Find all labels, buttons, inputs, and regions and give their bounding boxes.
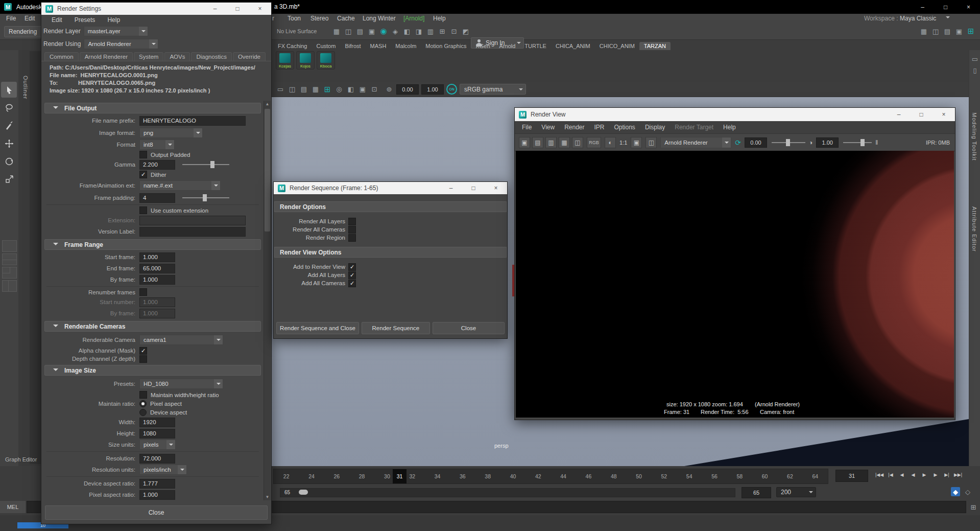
render-view-title-bar[interactable]: M Render View – □ × [515,108,955,121]
shelf-tab[interactable]: Bifrost [340,42,365,50]
close-icon[interactable]: × [485,182,507,194]
close-icon[interactable]: × [957,0,980,14]
render-layer-dropdown[interactable]: masterLayer [84,26,148,36]
viewport-display-icon[interactable]: ▤ [299,85,308,94]
render-region-checkbox[interactable] [348,234,356,242]
size-units-dropdown[interactable]: pixels [139,440,176,450]
keyframe-options-icon[interactable]: ◇ [963,487,972,496]
current-frame-field[interactable]: 31 [835,470,868,482]
shelf-item[interactable]: Kojos [296,51,315,70]
viewport-display-icon[interactable]: ◎ [334,85,344,94]
render-view-menu-item[interactable]: Display [645,124,665,131]
device-aspect-radio[interactable] [139,409,147,416]
range-slider-handle[interactable] [299,490,308,495]
add-all-layers-checkbox[interactable] [348,271,356,279]
output-padded-checkbox[interactable] [139,151,147,158]
render-view-menu-item[interactable]: Options [614,124,635,131]
render-all-cameras-checkbox[interactable] [348,226,356,234]
file-name-prefix-field[interactable]: HENRYTECALOGO [139,116,246,126]
shelf-tab[interactable]: MASH [366,42,391,50]
settings-tab[interactable]: Arnold Renderer [80,52,133,61]
by-frame-field[interactable]: 1.000 [139,275,175,285]
tab-modeling-toolkit[interactable]: Modeling Toolkit [971,112,977,161]
time-slider[interactable]: 2224262830323436384042444648505254565860… [273,469,828,484]
shelf-tab[interactable]: FX Caching [273,42,312,50]
width-field[interactable]: 1920 [139,418,175,427]
auto-keyframe-icon[interactable]: ◆ [951,487,960,496]
rendered-image-canvas[interactable]: size: 1920 x 1080 zoom: 1.694 (Arnold Re… [516,151,954,418]
paint-select-tool-button[interactable] [1,118,17,133]
layout-single-pane-button[interactable] [2,240,17,252]
maximize-icon[interactable]: □ [462,182,485,194]
height-field[interactable]: 1080 [139,429,175,438]
workspace-value[interactable]: Maya Classic [900,15,936,22]
gamma-slider[interactable] [843,139,872,146]
one-to-one-zoom-button[interactable]: 1:1 [619,140,627,146]
renderer-dropdown[interactable]: Arnold Renderer [660,137,731,148]
status-tool-icon[interactable]: ⊞ [438,27,447,36]
render-sequence-title-bar[interactable]: M Render Sequence (Frame: 1-65) – □ × [274,182,507,194]
exposure-slider[interactable] [772,139,805,146]
render-tool-icon[interactable]: ▤ [532,137,543,148]
viewport-exposure-field[interactable]: 0.00 [396,84,419,95]
refresh-icon[interactable]: ⟳ [735,138,741,147]
shelf-item[interactable]: Kcejas [276,51,294,70]
sidebar-toggle-icon[interactable]: ▭ [970,54,979,63]
status-tool-icon[interactable]: ◨ [414,27,423,36]
shelf-tab[interactable]: Motion Graphics [421,42,471,50]
pixel-aspect-radio[interactable] [139,400,147,407]
render-view-menu-item[interactable]: Help [723,124,736,131]
minimize-icon[interactable]: – [888,108,910,121]
frame-padding-field[interactable]: 4 [139,193,175,203]
render-tool-icon[interactable]: ◫ [572,137,583,148]
scrollbar-thumb[interactable] [265,109,270,232]
section-file-output[interactable]: File Output [44,103,261,113]
render-settings-close-button[interactable]: Close [45,505,268,520]
renderable-camera-dropdown[interactable]: camera1 [139,335,223,345]
shelf-tab[interactable]: CHICO_ANIM [595,42,639,50]
resolution-units-dropdown[interactable]: pixels/inch [139,465,187,475]
viewport-display-icon[interactable]: ⊡ [370,85,379,94]
status-tool-icon[interactable]: ◉ [379,27,388,36]
close-icon[interactable]: × [249,3,271,15]
mel-toggle[interactable]: MEL [0,501,26,513]
add-to-render-view-checkbox[interactable] [348,263,356,271]
frame-padding-slider[interactable] [182,194,229,201]
renumber-frames-checkbox[interactable] [139,288,147,296]
status-tool-icon[interactable]: ◈ [391,27,400,36]
rv-exposure-field[interactable]: 0.00 [745,137,767,148]
status-tool-icon[interactable]: ◧ [402,27,412,36]
color-management-on-icon[interactable]: ON [446,84,457,95]
pixel-aspect-ratio-field[interactable]: 1.000 [139,490,175,500]
layout-preset-icon[interactable]: ⊞ [966,27,975,36]
render-all-layers-checkbox[interactable] [348,218,356,225]
scroll-up-icon[interactable]: ▲ [264,101,271,107]
move-tool-button[interactable] [1,135,17,151]
menu-toon[interactable]: Toon [288,15,301,22]
playback-button[interactable]: ▶ [919,468,929,481]
playback-button[interactable]: ▶ [930,468,941,481]
alpha-channel-checkbox[interactable] [139,347,147,355]
shelf-tab[interactable]: CHICA_ANIM [551,42,595,50]
section-renderable-cameras[interactable]: Renderable Cameras [44,321,261,332]
menu-arnold[interactable]: [Arnold] [403,15,424,22]
render-settings-title-bar[interactable]: M Render Settings – □ × [41,3,271,15]
animation-end-dropdown[interactable]: 200 [776,487,816,497]
scale-tool-button[interactable] [1,171,17,187]
menu-cache[interactable]: Cache [337,15,355,22]
playback-button[interactable]: ▶| [942,468,952,481]
playback-end-field[interactable]: 65 [742,487,771,498]
depth-channel-checkbox[interactable] [139,355,147,363]
section-image-size[interactable]: Image Size [44,365,261,376]
maximize-icon[interactable]: □ [226,3,249,15]
render-tool-icon[interactable]: ▥ [545,137,557,148]
settings-scrollbar[interactable]: ▲ ▼ [264,101,271,500]
shelf-tab[interactable]: Custom [312,42,340,50]
viewport-display-icon[interactable]: ◧ [346,85,355,94]
pause-ipr-icon[interactable]: ‖ [875,139,878,146]
end-frame-field[interactable]: 65.000 [139,264,175,273]
status-tool-icon[interactable]: ⊡ [449,27,459,36]
viewport-gamma-field[interactable]: 1.00 [421,84,444,95]
rv-gamma-field[interactable]: 1.00 [816,137,839,148]
layout-preset-icon[interactable]: ◫ [931,27,940,36]
